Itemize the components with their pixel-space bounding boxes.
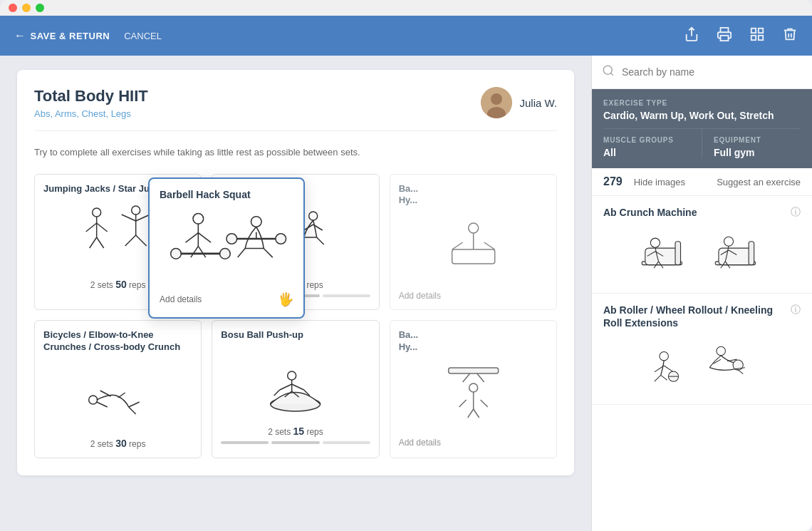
svg-line-17 bbox=[122, 215, 136, 221]
svg-line-63 bbox=[186, 233, 199, 243]
avatar bbox=[481, 87, 512, 118]
svg-line-29 bbox=[317, 237, 324, 244]
search-box bbox=[592, 56, 812, 89]
svg-point-95 bbox=[660, 351, 668, 360]
cancel-label: CANCEL bbox=[124, 31, 162, 41]
exercise-cell-partial2[interactable]: Ba...Hy... bbox=[390, 320, 557, 458]
exercise-cell-bosu[interactable]: Bosu Ball Push-up bbox=[212, 320, 379, 458]
search-icon bbox=[602, 64, 615, 80]
svg-point-82 bbox=[650, 238, 660, 247]
exercise-item-img bbox=[603, 226, 801, 283]
svg-line-47 bbox=[292, 384, 304, 390]
svg-point-90 bbox=[724, 237, 733, 246]
workout-header: Total Body HIIT Abs, Arms, Chest, Legs J… bbox=[34, 87, 557, 131]
svg-line-30 bbox=[304, 225, 313, 230]
svg-line-106 bbox=[709, 361, 714, 367]
svg-line-66 bbox=[198, 247, 205, 258]
share-icon[interactable] bbox=[684, 26, 699, 46]
search-input[interactable] bbox=[622, 66, 802, 78]
exercise-item-name: Ab Roller / Wheel Rollout / Kneeling Rol… bbox=[603, 304, 791, 329]
progress-bars bbox=[221, 441, 370, 444]
exercise-stats: 2 sets 30 reps bbox=[43, 438, 192, 449]
layout-icon[interactable] bbox=[749, 26, 765, 46]
svg-rect-52 bbox=[448, 368, 498, 373]
svg-point-32 bbox=[468, 223, 478, 233]
exercise-drawing bbox=[221, 349, 370, 420]
svg-line-99 bbox=[661, 375, 667, 380]
svg-line-59 bbox=[467, 409, 473, 418]
svg-point-102 bbox=[717, 346, 725, 355]
svg-point-69 bbox=[220, 249, 231, 259]
exercise-name: Ba...Hy... bbox=[399, 329, 548, 354]
svg-line-72 bbox=[264, 249, 273, 258]
exercise-drawing bbox=[43, 361, 192, 432]
svg-rect-2 bbox=[751, 28, 756, 32]
exercise-count: 279 bbox=[603, 175, 623, 188]
save-return-button[interactable]: ← SAVE & RETURN bbox=[14, 29, 110, 42]
svg-line-65 bbox=[191, 247, 198, 258]
exercise-cell-bicycles[interactable]: Bicycles / Elbow-to-Knee Crunches / Cros… bbox=[34, 320, 202, 458]
svg-point-15 bbox=[132, 206, 140, 215]
svg-line-48 bbox=[274, 390, 280, 396]
suggest-exercise-button[interactable]: Suggest an exercise bbox=[717, 177, 801, 187]
svg-line-41 bbox=[129, 402, 140, 407]
sidebar: EXERCISE TYPE Cardio, Warm Up, Work Out,… bbox=[591, 56, 812, 531]
workout-card: Total Body HIIT Abs, Arms, Chest, Legs J… bbox=[17, 70, 574, 475]
svg-line-36 bbox=[484, 242, 494, 249]
svg-rect-81 bbox=[675, 241, 681, 264]
svg-line-98 bbox=[655, 375, 661, 381]
svg-line-97 bbox=[664, 366, 673, 372]
svg-rect-4 bbox=[751, 35, 756, 39]
popup-add-details-row: Add details 🖐 bbox=[160, 292, 293, 307]
workout-title: Total Body HIIT bbox=[34, 87, 148, 105]
svg-rect-89 bbox=[749, 241, 754, 264]
info-icon[interactable]: ⓘ bbox=[791, 206, 801, 219]
minimize-button[interactable] bbox=[22, 4, 31, 12]
popup-drawing bbox=[160, 207, 293, 286]
svg-rect-80 bbox=[645, 248, 679, 264]
exercise-type-label: EXERCISE TYPE bbox=[603, 99, 801, 107]
svg-point-7 bbox=[491, 93, 502, 105]
svg-point-37 bbox=[89, 396, 98, 404]
exercise-name: Bosu Ball Push-up bbox=[221, 329, 370, 341]
exercise-item-name: Ab Crunch Machine bbox=[603, 206, 791, 219]
popup-add-details-button[interactable]: Add details bbox=[160, 294, 202, 304]
list-item-ab-crunch[interactable]: Ab Crunch Machine ⓘ bbox=[592, 196, 812, 294]
info-icon[interactable]: ⓘ bbox=[791, 304, 801, 316]
svg-line-14 bbox=[97, 237, 104, 248]
muscle-groups-label: MUSCLE GROUPS bbox=[603, 136, 690, 144]
svg-rect-1 bbox=[721, 35, 729, 40]
exercise-name: Ba...Hy... bbox=[399, 183, 548, 207]
close-button[interactable] bbox=[9, 4, 17, 12]
maximize-button[interactable] bbox=[36, 4, 44, 12]
trash-icon[interactable] bbox=[782, 26, 798, 46]
exercise-grid: Jumping Jacks / Star Jumps bbox=[34, 174, 557, 459]
svg-point-9 bbox=[93, 208, 101, 217]
exercise-cell-partial[interactable]: Ba...Hy... Add details bbox=[390, 174, 557, 311]
filter-section: EXERCISE TYPE Cardio, Warm Up, Work Out,… bbox=[592, 89, 812, 168]
exercise-drawing bbox=[399, 214, 548, 285]
svg-point-75 bbox=[276, 234, 286, 244]
equipment-label: EQUIPMENT bbox=[714, 136, 801, 144]
svg-rect-3 bbox=[759, 28, 763, 32]
svg-line-64 bbox=[198, 233, 211, 243]
add-details-button[interactable]: Add details bbox=[399, 438, 441, 448]
add-details-button[interactable]: Add details bbox=[399, 291, 441, 301]
svg-point-74 bbox=[227, 234, 237, 244]
list-item-ab-roller[interactable]: Ab Roller / Wheel Rollout / Kneeling Rol… bbox=[592, 294, 812, 404]
svg-rect-5 bbox=[759, 35, 763, 39]
hide-images-button[interactable]: Hide images bbox=[634, 177, 685, 187]
svg-line-78 bbox=[610, 73, 613, 75]
workout-description: Try to complete all exercises while taki… bbox=[34, 145, 557, 160]
save-return-label: SAVE & RETURN bbox=[31, 31, 110, 41]
add-details-row: Add details bbox=[399, 438, 548, 448]
cancel-button[interactable]: CANCEL bbox=[124, 31, 162, 41]
svg-line-38 bbox=[97, 402, 108, 407]
workout-tags: Abs, Arms, Chest, Legs bbox=[34, 108, 148, 119]
topbar-left: ← SAVE & RETURN CANCEL bbox=[14, 29, 670, 42]
svg-line-71 bbox=[238, 249, 245, 258]
equipment-col: EQUIPMENT Full gym bbox=[702, 129, 801, 158]
print-icon[interactable] bbox=[717, 26, 732, 46]
trainer-info: Julia W. bbox=[481, 87, 557, 118]
svg-line-11 bbox=[86, 223, 97, 232]
